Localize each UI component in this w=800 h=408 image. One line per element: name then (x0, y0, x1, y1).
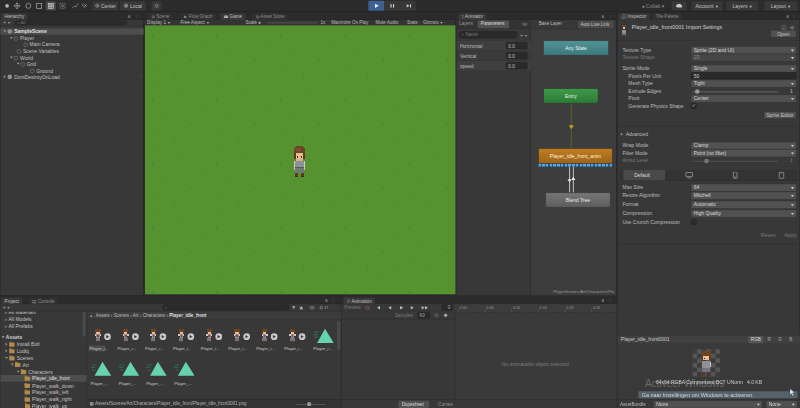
svg-text:0:00: 0:00 (460, 306, 467, 310)
svg-text:0:05: 0:05 (486, 306, 493, 310)
svg-text:0:10: 0:10 (513, 306, 520, 310)
svg-text:17: 17 (324, 306, 328, 310)
svg-text:0:15: 0:15 (540, 306, 547, 310)
svg-text:0:20: 0:20 (566, 306, 573, 310)
svg-text:0:25: 0:25 (593, 306, 600, 310)
